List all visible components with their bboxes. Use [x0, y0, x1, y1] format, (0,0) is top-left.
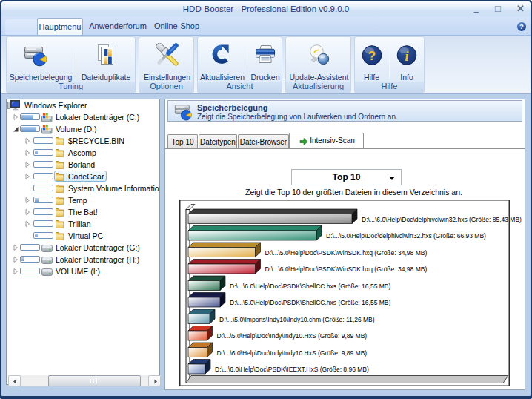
svg-text:D:\...\6.0\Help\Doc\PSDK\Shell: D:\...\6.0\Help\Doc\PSDK\ShellCC.hxs (Gr… — [230, 283, 390, 290]
svg-text:D:\...\6.0\Help\Doc\PSDK\IEEXT: D:\...\6.0\Help\Doc\PSDK\IEEXT.HxS (Größ… — [215, 366, 369, 373]
svg-text:D:\...\5.0\Help\Doc\PSDK\WinSD: D:\...\5.0\Help\Doc\PSDK\WinSDK.hxq (Grö… — [265, 249, 428, 257]
svg-text:D:\...\6.0\Help\Doc\delphivclw: D:\...\6.0\Help\Doc\delphivclwin32.hxs (… — [362, 216, 522, 223]
svg-text:D:\...\6.0\Help\Doc\Indy\Indy1: D:\...\6.0\Help\Doc\Indy\Indy10.HxS (Grö… — [217, 349, 368, 357]
svg-text:D:\...\6.0\Help\Doc\PSDK\WinSD: D:\...\6.0\Help\Doc\PSDK\WinSDK.hxq (Grö… — [265, 266, 428, 273]
svg-text:i: i — [405, 49, 408, 64]
svg-text:D:\...\5.0\Help\Doc\delphivclw: D:\...\5.0\Help\Doc\delphivclwin32.hxs (… — [326, 232, 486, 240]
svg-text:D:\...\5.0\Help\Doc\Indy\Indy1: D:\...\5.0\Help\Doc\Indy\Indy10.HxS (Grö… — [217, 332, 368, 340]
svg-text:D:\...\5.0\Help\Doc\PSDK\Shell: D:\...\5.0\Help\Doc\PSDK\ShellCC.hxs (Gr… — [230, 299, 390, 306]
svg-text:D:\...\5.0\Imports\Indy10\Indy: D:\...\5.0\Imports\Indy10\Indy10.chm (Gr… — [219, 316, 375, 323]
svg-text:?: ? — [368, 49, 375, 63]
